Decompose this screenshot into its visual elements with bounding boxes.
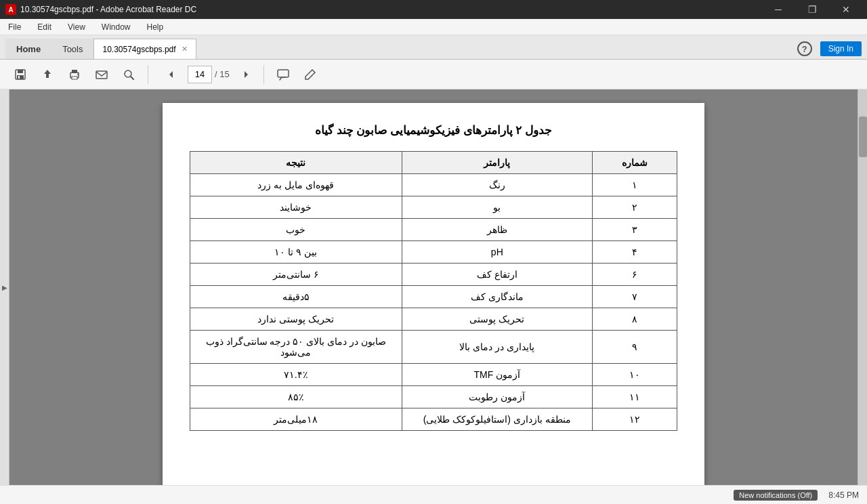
search-button[interactable]: [117, 62, 141, 87]
table-row: ۶ ارتفاع کف ۶ سانتی‌متر: [190, 264, 677, 286]
cell-result: ۵دقیقه: [190, 286, 402, 308]
cell-number: ۲: [592, 196, 677, 219]
table-row: ۲ بو خوشایند: [190, 196, 677, 219]
notification-badge[interactable]: New notifications (Off): [734, 490, 818, 501]
tab-document-label: 10.30574gscbps.pdf: [102, 45, 175, 54]
menu-bar: File Edit View Window Help: [0, 19, 867, 35]
col-header-number: شماره: [592, 152, 677, 174]
cell-parameter: تحریک پوستی: [402, 308, 592, 331]
print-button[interactable]: [62, 62, 87, 87]
pdf-content-area: جدول ۲ پارامترهای فیزیکوشیمیایی صابون چن…: [9, 89, 858, 485]
cell-result: صابون در دمای بالای ۵۰ درجه سانتی‌گراد ذ…: [190, 331, 402, 364]
scrollbar-thumb[interactable]: [859, 117, 867, 157]
tab-document[interactable]: 10.30574gscbps.pdf ✕: [93, 39, 196, 59]
svg-rect-6: [72, 77, 77, 79]
email-button[interactable]: [89, 62, 114, 87]
table-row: ۱ رنگ قهوه‌ای مایل به زرد: [190, 174, 677, 196]
col-header-parameter: پارامتر: [402, 152, 592, 174]
status-time: 8:45 PM: [828, 490, 859, 500]
table-row: ۱۲ منطقه بازداری (استافیلوکوکک طلایی) ۱۸…: [190, 408, 677, 431]
cell-parameter: آزمون TMF: [402, 364, 592, 386]
window-controls: ─ ❐ ✕: [763, 0, 862, 19]
svg-rect-3: [18, 76, 20, 79]
cell-parameter: ماندگاری کف: [402, 286, 592, 308]
table-row: ۱۰ آزمون TMF ۷۱.۴٪: [190, 364, 677, 386]
tab-home[interactable]: Home: [5, 39, 51, 59]
prev-page-button[interactable]: [161, 62, 185, 87]
cell-result: قهوه‌ای مایل به زرد: [190, 174, 402, 196]
next-page-button[interactable]: [232, 62, 257, 87]
svg-point-7: [77, 74, 79, 75]
cell-parameter: رنگ: [402, 174, 592, 196]
tab-tools[interactable]: Tools: [51, 39, 93, 59]
table-row: ۷ ماندگاری کف ۵دقیقه: [190, 286, 677, 308]
tab-close-button[interactable]: ✕: [182, 45, 188, 54]
pen-button[interactable]: [298, 62, 322, 87]
svg-rect-5: [72, 70, 77, 73]
close-button[interactable]: ✕: [830, 0, 862, 19]
help-button[interactable]: ?: [797, 41, 812, 56]
upload-button[interactable]: [35, 62, 60, 87]
maximize-button[interactable]: ❐: [797, 0, 828, 19]
sign-in-button[interactable]: Sign In: [820, 41, 862, 56]
page-total: / 15: [215, 69, 230, 79]
cell-parameter: پایداری در دمای بالا: [402, 331, 592, 364]
page-number-input[interactable]: [188, 66, 212, 83]
cell-parameter: pH: [402, 241, 592, 264]
cell-result: تحریک پوستی ندارد: [190, 308, 402, 331]
menu-file[interactable]: File: [5, 21, 24, 33]
main-area: ▶ جدول ۲ پارامترهای فیزیکوشیمیایی صابون …: [0, 89, 867, 485]
cell-number: ۱: [592, 174, 677, 196]
title-bar: A 10.30574gscbps.pdf - Adobe Acrobat Rea…: [0, 0, 867, 19]
svg-rect-8: [96, 71, 107, 79]
cell-number: ۶: [592, 264, 677, 286]
cell-result: ۷۱.۴٪: [190, 364, 402, 386]
minimize-button[interactable]: ─: [763, 0, 794, 19]
toolbar-divider-2: [263, 65, 264, 84]
table-row: ۳ ظاهر خوب: [190, 219, 677, 241]
table-row: ۹ پایداری در دمای بالا صابون در دمای بال…: [190, 331, 677, 364]
data-table: شماره پارامتر نتیجه ۱ رنگ قهوه‌ای مایل ب…: [190, 151, 677, 431]
cell-number: ۸: [592, 308, 677, 331]
cell-result: خوب: [190, 219, 402, 241]
cell-parameter: ظاهر: [402, 219, 592, 241]
scrollbar-track: [858, 89, 867, 485]
cell-number: ۱۱: [592, 386, 677, 408]
panel-arrow-icon: ▶: [2, 284, 7, 291]
cell-number: ۴: [592, 241, 677, 264]
cell-parameter: بو: [402, 196, 592, 219]
cell-number: ۱۰: [592, 364, 677, 386]
cell-number: ۱۲: [592, 408, 677, 431]
status-bar: New notifications (Off) 8:45 PM: [0, 485, 867, 504]
tab-right-actions: ? Sign In: [797, 41, 862, 59]
cell-parameter: منطقه بازداری (استافیلوکوکک طلایی): [402, 408, 592, 431]
svg-rect-2: [17, 75, 24, 79]
left-panel-toggle[interactable]: ▶: [0, 89, 9, 485]
comment-button[interactable]: [271, 62, 295, 87]
table-row: ۸ تحریک پوستی تحریک پوستی ندارد: [190, 308, 677, 331]
cell-result: ۶ سانتی‌متر: [190, 264, 402, 286]
toolbar-divider-1: [148, 65, 148, 84]
toolbar: / 15: [0, 60, 867, 89]
svg-rect-1: [18, 70, 23, 73]
menu-edit[interactable]: Edit: [35, 21, 54, 33]
svg-rect-11: [278, 70, 289, 77]
svg-line-10: [131, 77, 133, 79]
app-icon: A: [5, 4, 16, 15]
cell-number: ۳: [592, 219, 677, 241]
table-title: جدول ۲ پارامترهای فیزیکوشیمیایی صابون چن…: [190, 123, 677, 138]
cell-result: ۱۸میلی‌متر: [190, 408, 402, 431]
cell-number: ۷: [592, 286, 677, 308]
table-row: ۴ pH بین ۹ تا ۱۰: [190, 241, 677, 264]
menu-window[interactable]: Window: [99, 21, 133, 33]
menu-help[interactable]: Help: [144, 21, 167, 33]
right-scrollbar[interactable]: [858, 89, 867, 485]
menu-view[interactable]: View: [65, 21, 88, 33]
cell-result: خوشایند: [190, 196, 402, 219]
save-button[interactable]: [8, 62, 33, 87]
cell-parameter: آزمون رطوبت: [402, 386, 592, 408]
page-navigation: / 15: [161, 62, 257, 87]
window-title: 10.30574gscbps.pdf - Adobe Acrobat Reade…: [20, 5, 196, 14]
col-header-result: نتیجه: [190, 152, 402, 174]
pdf-page: جدول ۲ پارامترهای فیزیکوشیمیایی صابون چن…: [163, 103, 704, 485]
